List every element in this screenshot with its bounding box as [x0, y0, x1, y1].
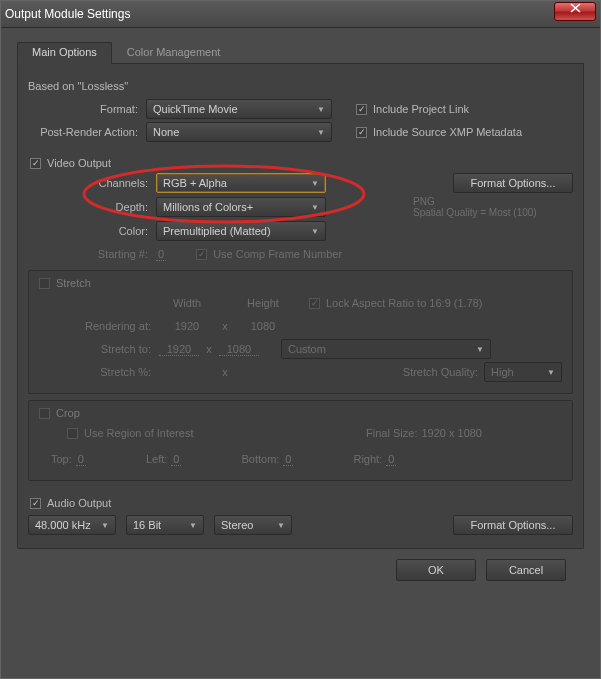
channels-value: RGB + Alpha: [163, 177, 227, 189]
format-label: Format:: [28, 103, 146, 115]
tab-color-management[interactable]: Color Management: [112, 42, 236, 64]
video-format-options-button[interactable]: Format Options...: [453, 173, 573, 193]
rendering-at-label: Rendering at:: [39, 320, 159, 332]
depth-label: Depth:: [28, 201, 156, 213]
audio-bit-select[interactable]: 16 Bit▼: [126, 515, 204, 535]
starting-number-value: 0: [156, 248, 166, 261]
post-render-select[interactable]: None▼: [146, 122, 332, 142]
ok-button[interactable]: OK: [396, 559, 476, 581]
audio-rate-select[interactable]: 48.000 kHz▼: [28, 515, 116, 535]
stretch-quality-select: High▼: [484, 362, 562, 382]
rendering-h: 1080: [235, 320, 291, 332]
starting-label: Starting #:: [28, 248, 156, 260]
audio-format-options-button[interactable]: Format Options...: [453, 515, 573, 535]
include-xmp-checkbox[interactable]: [356, 127, 367, 138]
chevron-down-icon: ▼: [311, 227, 319, 236]
codec-quality: Spatial Quality = Most (100): [413, 207, 573, 218]
audio-channels-select[interactable]: Stereo▼: [214, 515, 292, 535]
channels-select[interactable]: RGB + Alpha▼: [156, 173, 326, 193]
x-sep-3: x: [215, 366, 235, 378]
crop-checkbox[interactable]: [39, 408, 50, 419]
height-header: Height: [235, 297, 291, 309]
stretch-quality-label: Stretch Quality:: [403, 366, 478, 378]
x-sep: x: [215, 320, 235, 332]
use-comp-frame-label: Use Comp Frame Number: [213, 248, 342, 260]
color-label: Color:: [28, 225, 156, 237]
crop-left-value: 0: [171, 453, 181, 466]
video-output-checkbox[interactable]: [30, 158, 41, 169]
stretch-checkbox[interactable]: [39, 278, 50, 289]
dialog-window: Output Module Settings Main Options Colo…: [0, 0, 601, 679]
stretch-preset-select: Custom▼: [281, 339, 491, 359]
dialog-body: Main Options Color Management Based on "…: [1, 28, 600, 591]
stretch-quality-value: High: [491, 366, 514, 378]
audio-output-label: Audio Output: [47, 497, 111, 509]
dialog-footer: OK Cancel: [17, 549, 584, 581]
stretch-group: Stretch Width Height Lock Aspect Ratio t…: [28, 270, 573, 394]
window-title: Output Module Settings: [5, 7, 554, 21]
crop-top-value: 0: [76, 453, 86, 466]
close-icon: [570, 3, 581, 13]
depth-select[interactable]: Millions of Colors+▼: [156, 197, 326, 217]
titlebar: Output Module Settings: [1, 1, 600, 28]
tab-bar: Main Options Color Management: [17, 42, 584, 64]
stretch-to-h: 1080: [219, 343, 259, 356]
post-render-label: Post-Render Action:: [28, 126, 146, 138]
crop-group: Crop Use Region of Interest Final Size: …: [28, 400, 573, 481]
lock-aspect-label: Lock Aspect Ratio to 16:9 (1.78): [326, 297, 483, 309]
stretch-to-label: Stretch to:: [39, 343, 159, 355]
crop-right-label: Right:: [353, 453, 382, 465]
main-panel: Based on "Lossless" Format: QuickTime Mo…: [17, 64, 584, 549]
chevron-down-icon: ▼: [277, 521, 285, 530]
codec-info: PNG Spatial Quality = Most (100): [413, 196, 573, 218]
crop-top-label: Top:: [51, 453, 72, 465]
video-output-label: Video Output: [47, 157, 111, 169]
final-size-value: 1920 x 1080: [421, 427, 482, 439]
crop-right-value: 0: [386, 453, 396, 466]
include-project-link-label: Include Project Link: [373, 103, 469, 115]
stretch-preset-value: Custom: [288, 343, 326, 355]
chevron-down-icon: ▼: [311, 179, 319, 188]
chevron-down-icon: ▼: [189, 521, 197, 530]
format-value: QuickTime Movie: [153, 103, 238, 115]
roi-label: Use Region of Interest: [84, 427, 193, 439]
rendering-w: 1920: [159, 320, 215, 332]
final-size-label: Final Size:: [366, 427, 417, 439]
post-render-value: None: [153, 126, 179, 138]
crop-label: Crop: [56, 407, 80, 419]
chevron-down-icon: ▼: [317, 128, 325, 137]
lock-aspect-checkbox: [309, 298, 320, 309]
crop-left-label: Left:: [146, 453, 167, 465]
chevron-down-icon: ▼: [101, 521, 109, 530]
stretch-to-w: 1920: [159, 343, 199, 356]
stretch-label: Stretch: [56, 277, 91, 289]
audio-rate-value: 48.000 kHz: [35, 519, 91, 531]
annotation-circle: [74, 159, 374, 229]
use-comp-frame-checkbox: [196, 249, 207, 260]
audio-bit-value: 16 Bit: [133, 519, 161, 531]
depth-value: Millions of Colors+: [163, 201, 253, 213]
channels-label: Channels:: [28, 177, 156, 189]
crop-bottom-label: Bottom:: [241, 453, 279, 465]
include-project-link-checkbox[interactable]: [356, 104, 367, 115]
include-xmp-label: Include Source XMP Metadata: [373, 126, 522, 138]
color-value: Premultiplied (Matted): [163, 225, 271, 237]
chevron-down-icon: ▼: [547, 368, 555, 377]
stretch-pct-label: Stretch %:: [39, 366, 159, 378]
chevron-down-icon: ▼: [476, 345, 484, 354]
cancel-button[interactable]: Cancel: [486, 559, 566, 581]
width-header: Width: [159, 297, 215, 309]
window-close-button[interactable]: [554, 2, 596, 21]
roi-checkbox: [67, 428, 78, 439]
x-sep-2: x: [199, 343, 219, 355]
crop-bottom-value: 0: [283, 453, 293, 466]
codec-name: PNG: [413, 196, 573, 207]
tab-main-options[interactable]: Main Options: [17, 42, 112, 64]
audio-channels-value: Stereo: [221, 519, 253, 531]
chevron-down-icon: ▼: [317, 105, 325, 114]
based-on-text: Based on "Lossless": [28, 80, 128, 92]
format-select[interactable]: QuickTime Movie▼: [146, 99, 332, 119]
chevron-down-icon: ▼: [311, 203, 319, 212]
color-select[interactable]: Premultiplied (Matted)▼: [156, 221, 326, 241]
audio-output-checkbox[interactable]: [30, 498, 41, 509]
